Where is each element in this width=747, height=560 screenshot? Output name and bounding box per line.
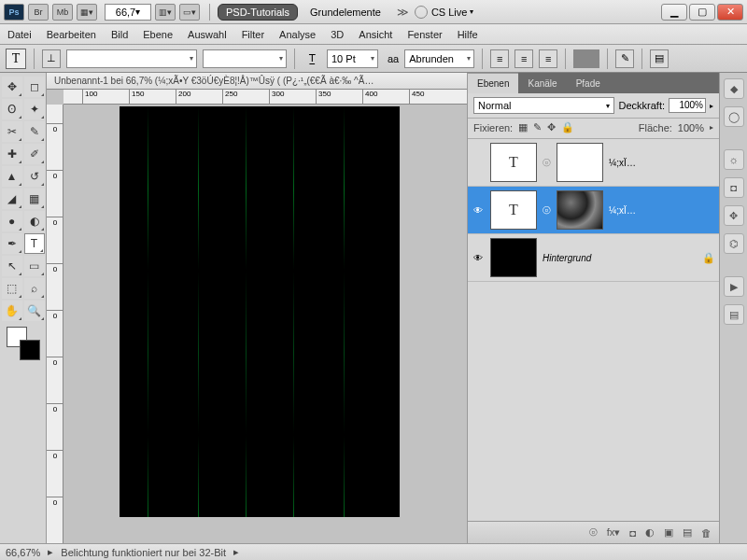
heal-tool[interactable]: ✚ (2, 144, 22, 164)
lock-position-icon[interactable]: ✥ (547, 121, 556, 133)
lock-pixels-icon[interactable]: ▦ (518, 121, 528, 133)
cslive-label[interactable]: CS Live (431, 7, 468, 18)
menu-hilfe[interactable]: Hilfe (458, 29, 478, 40)
layer-mask-thumb[interactable] (557, 190, 603, 230)
workspace-more-icon[interactable]: ≫ (397, 6, 409, 19)
opacity-flyout-icon[interactable]: ▸ (710, 102, 713, 110)
ruler-horizontal[interactable]: 100 150 200 250 300 350 400 450 (63, 90, 467, 105)
menu-bearbeiten[interactable]: Bearbeiten (47, 29, 96, 40)
font-size-dropdown[interactable]: 10 Pt (327, 49, 378, 68)
tab-pfade[interactable]: Pfade (567, 73, 610, 93)
font-style-dropdown[interactable] (203, 49, 287, 68)
text-orientation-button[interactable]: ⊥ (42, 49, 61, 68)
zoom-selector[interactable]: 66,7 ▾ (105, 4, 151, 21)
dock-channels-icon[interactable]: ✥ (724, 205, 744, 226)
layer-thumb[interactable] (490, 238, 537, 277)
wand-tool[interactable]: ✦ (24, 99, 45, 119)
tab-kanaele[interactable]: Kanäle (518, 73, 566, 93)
shape-tool[interactable]: ▭ (24, 256, 45, 276)
layer-row[interactable]: T ⦾ ¼;xÏ… (468, 139, 719, 187)
warp-text-button[interactable]: ✎ (615, 49, 634, 68)
menu-bild[interactable]: Bild (111, 29, 128, 40)
menu-analyse[interactable]: Analyse (279, 29, 316, 40)
dock-history-icon[interactable]: ▶ (724, 276, 744, 297)
background-color[interactable] (20, 340, 40, 360)
history-brush-tool[interactable]: ↺ (24, 166, 45, 187)
dock-actions-icon[interactable]: ▤ (724, 304, 744, 325)
fill-input[interactable]: 100% (678, 122, 704, 133)
minibridge-button[interactable]: Mb (52, 4, 73, 21)
crop-tool[interactable]: ✂ (2, 121, 22, 142)
status-arrow-icon[interactable]: ▸ (233, 546, 239, 558)
menu-datei[interactable]: Datei (7, 29, 32, 40)
stamp-tool[interactable]: ▲ (2, 166, 22, 187)
align-left-button[interactable]: ≡ (490, 49, 509, 68)
screen-mode-button[interactable]: ▦▾ (77, 4, 97, 21)
align-right-button[interactable]: ≡ (539, 49, 557, 68)
dock-paths-icon[interactable]: ⌬ (724, 233, 744, 254)
path-select-tool[interactable]: ↖ (2, 256, 22, 276)
font-family-dropdown[interactable] (66, 49, 197, 68)
dock-adjustments-icon[interactable]: ☼ (724, 149, 744, 170)
ruler-vertical[interactable]: 0 0 0 0 0 0 0 0 0 (47, 105, 63, 543)
status-zoom[interactable]: 66,67% (6, 547, 40, 558)
bridge-button[interactable]: Br (28, 4, 49, 21)
blend-mode-dropdown[interactable]: Normal (473, 97, 614, 114)
visibility-toggle[interactable]: 👁 (472, 251, 485, 264)
brush-tool[interactable]: ✐ (24, 144, 45, 164)
menu-filter[interactable]: Filter (242, 29, 264, 40)
type-tool[interactable]: T (24, 233, 45, 254)
menu-auswahl[interactable]: Auswahl (188, 29, 227, 40)
text-color-swatch[interactable] (573, 49, 599, 68)
layer-row[interactable]: 👁 Hintergrund 🔒 (468, 234, 719, 282)
eraser-tool[interactable]: ◢ (2, 189, 22, 209)
zoom-tool[interactable]: 🔍 (24, 301, 45, 321)
close-button[interactable]: ✕ (717, 4, 743, 21)
lock-paint-icon[interactable]: ✎ (533, 121, 542, 133)
color-swatches[interactable] (7, 327, 40, 360)
layer-name[interactable]: ¼;xÏ… (609, 205, 636, 216)
hand-tool[interactable]: ✋ (2, 301, 22, 321)
workspace-grundelemente[interactable]: Grundelemente (302, 4, 389, 21)
layer-row[interactable]: 👁 T ⦾ ¼;xÏ… (468, 187, 719, 234)
gradient-tool[interactable]: ▦ (24, 189, 45, 209)
blur-tool[interactable]: ● (2, 211, 22, 231)
adjustment-layer-icon[interactable]: ◐ (645, 526, 655, 539)
layer-name[interactable]: ¼;xÏ… (609, 158, 636, 168)
lock-all-icon[interactable]: 🔒 (561, 121, 574, 133)
minimize-button[interactable]: ▁ (661, 4, 687, 21)
layer-thumb-text[interactable]: T (490, 190, 537, 230)
visibility-toggle[interactable] (472, 156, 485, 169)
layer-mask-thumb[interactable] (557, 143, 603, 182)
layer-name[interactable]: Hintergrund (543, 253, 591, 263)
canvas-viewport[interactable] (63, 105, 467, 543)
document-image[interactable] (120, 106, 400, 517)
arrange-button[interactable]: ▭▾ (179, 4, 200, 21)
marquee-tool[interactable]: ◻ (24, 77, 45, 97)
dock-masks-icon[interactable]: ◘ (724, 177, 744, 198)
layer-thumb-text[interactable]: T (490, 143, 537, 182)
new-layer-icon[interactable]: ▤ (683, 526, 692, 539)
lasso-tool[interactable]: ʘ (2, 99, 22, 119)
3d-camera-tool[interactable]: ⌕ (24, 278, 45, 299)
dock-color-icon[interactable]: ◆ (724, 78, 744, 99)
status-arrow-icon[interactable]: ▸ (48, 546, 53, 558)
align-center-button[interactable]: ≡ (514, 49, 533, 68)
visibility-toggle[interactable]: 👁 (472, 203, 485, 217)
pen-tool[interactable]: ✒ (2, 233, 22, 254)
view-extras-button[interactable]: ▥▾ (155, 4, 176, 21)
menu-fenster[interactable]: Fenster (407, 29, 442, 40)
character-panel-button[interactable]: ▤ (650, 49, 669, 68)
layer-fx-icon[interactable]: fx▾ (607, 526, 621, 539)
antialias-dropdown[interactable]: Abrunden (404, 49, 474, 68)
link-layers-icon[interactable]: ⦾ (589, 526, 598, 539)
menu-3d[interactable]: 3D (331, 29, 344, 40)
group-icon[interactable]: ▣ (664, 526, 673, 539)
eyedropper-tool[interactable]: ✎ (24, 121, 45, 142)
dock-swatches-icon[interactable]: ◯ (724, 106, 744, 127)
opacity-input[interactable]: 100% (669, 98, 706, 113)
document-tab[interactable]: Unbenannt-1 bei 66,7% (¼;xÃ•Y €3öÚ€yÈ8¦!… (47, 73, 467, 90)
menu-ansicht[interactable]: Ansicht (359, 29, 392, 40)
menu-ebene[interactable]: Ebene (143, 29, 173, 40)
fill-flyout-icon[interactable]: ▸ (710, 123, 713, 132)
